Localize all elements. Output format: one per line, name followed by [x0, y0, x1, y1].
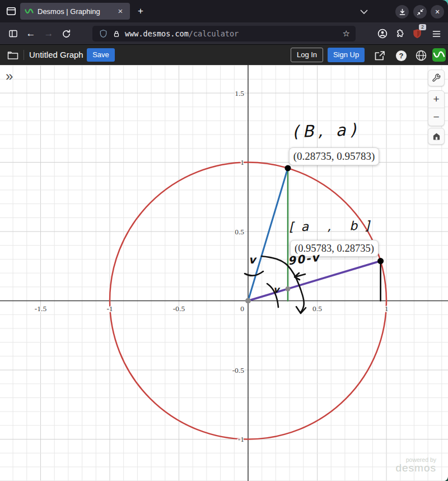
account-icon	[377, 29, 388, 39]
desmos-logo-icon	[432, 48, 446, 62]
share-icon	[374, 50, 385, 61]
tab-title: Desmos | Graphing	[38, 7, 115, 16]
save-button[interactable]: Save	[87, 48, 115, 62]
tracking-shield-icon	[99, 29, 108, 38]
angle-arc-top	[245, 271, 263, 276]
zoom-controls: + −	[428, 90, 445, 126]
folder-icon	[7, 50, 18, 60]
extensions-button[interactable]	[392, 26, 407, 41]
firefox-view-button[interactable]	[4, 4, 18, 18]
bookmark-star-icon[interactable]: ☆	[343, 29, 350, 39]
share-button[interactable]	[373, 49, 386, 62]
axis-tick-labels: -1.5-1-0.50.511.510.5-0.5-10	[35, 89, 389, 444]
menu-button[interactable]	[429, 26, 444, 41]
chevron-down-icon	[360, 10, 368, 15]
open-graph-button[interactable]	[6, 49, 20, 61]
svg-text:-0.5: -0.5	[232, 366, 245, 374]
svg-text:-1.5: -1.5	[35, 304, 47, 313]
svg-text:1.5: 1.5	[235, 89, 244, 98]
open-expressions-panel-button[interactable]: »	[6, 68, 12, 84]
back-button[interactable]: ←	[24, 26, 38, 41]
segment-blue-radius	[248, 168, 288, 301]
point-origin[interactable]	[245, 298, 251, 304]
puzzle-icon	[395, 29, 404, 38]
point-right[interactable]	[377, 258, 384, 264]
screen: Desmos | Graphing × +	[0, 0, 448, 481]
graph-area: -1.5-1-0.50.511.510.5-0.5-10 » + −	[0, 65, 448, 481]
help-button[interactable]: ?	[394, 49, 408, 62]
reload-button[interactable]	[59, 26, 73, 41]
graph-title[interactable]: Untitled Graph	[29, 45, 83, 65]
zoom-in-button[interactable]: +	[428, 91, 444, 108]
wrench-icon	[432, 73, 441, 82]
new-tab-button[interactable]: +	[134, 5, 147, 17]
help-icon: ?	[395, 50, 407, 62]
tab-close-icon[interactable]: ×	[115, 6, 125, 16]
language-button[interactable]	[414, 49, 428, 62]
navigation-toolbar: ← → www.desmos.com/calculator ☆	[0, 22, 448, 45]
point-top[interactable]	[284, 165, 291, 171]
svg-text:-0.5: -0.5	[173, 304, 185, 313]
svg-text:1: 1	[385, 304, 389, 313]
svg-text:0.5: 0.5	[312, 304, 322, 313]
adblock-extension-button[interactable]: 2	[410, 26, 424, 41]
default-viewport-button[interactable]	[428, 128, 445, 145]
handwritten-label-Ba: (B, a)	[292, 120, 360, 141]
account-button[interactable]	[375, 26, 390, 41]
reload-icon	[62, 30, 71, 38]
login-button[interactable]: Log In	[291, 48, 323, 62]
lock-icon	[113, 30, 120, 38]
watermark-line2: desmos	[395, 463, 436, 473]
big-sweep-arrowhead	[296, 307, 306, 313]
sidebar-icon	[8, 29, 18, 38]
download-icon	[399, 8, 406, 16]
home-icon	[432, 132, 441, 141]
url-address-bar[interactable]: www.desmos.com/calculator ☆	[92, 26, 356, 41]
url-path: /calculator	[189, 29, 239, 38]
origin-label: 0	[240, 304, 244, 313]
hamburger-icon	[432, 30, 441, 38]
graph-settings-button[interactable]	[428, 70, 445, 86]
url-text: www.desmos.com/calculator	[125, 29, 239, 38]
download-button[interactable]	[395, 5, 409, 18]
desmos-home-button[interactable]	[432, 48, 446, 62]
browser-tab[interactable]: Desmos | Graphing ×	[20, 3, 130, 20]
forward-button[interactable]: →	[41, 26, 56, 41]
segment-purple-radius	[248, 261, 381, 301]
firefox-view-icon	[6, 6, 16, 16]
point-label-tooltip: (0.28735, 0.95783)	[289, 147, 379, 165]
handwritten-angle-v-top: v	[249, 253, 255, 266]
sidebar-toggle-button[interactable]	[6, 26, 20, 41]
desmos-header: Untitled Graph Save Log In Sign Up ?	[0, 45, 448, 65]
signup-button[interactable]: Sign Up	[328, 48, 365, 62]
list-all-tabs-button[interactable]	[357, 6, 371, 18]
svg-text:-1: -1	[106, 304, 113, 313]
url-host: www.desmos.com	[125, 29, 189, 38]
point-intersection[interactable]	[285, 286, 290, 292]
svg-text:0.5: 0.5	[235, 228, 244, 236]
desmos-watermark: powered by desmos	[395, 456, 436, 473]
handwritten-label-ab: [a , b]	[289, 219, 377, 234]
compress-icon	[417, 8, 424, 16]
graph-canvas[interactable]: -1.5-1-0.50.511.510.5-0.5-10	[0, 65, 448, 481]
zoom-out-button[interactable]: −	[428, 108, 444, 126]
svg-text:-1: -1	[238, 435, 244, 443]
browser-window: Desmos | Graphing × +	[0, 0, 448, 481]
compress-window-button[interactable]	[413, 5, 427, 18]
globe-icon	[416, 50, 427, 61]
desmos-favicon	[25, 7, 34, 15]
handwritten-angle-v-bottom: v	[273, 284, 279, 295]
tab-bar: Desmos | Graphing × +	[0, 0, 448, 22]
svg-text:?: ?	[399, 52, 403, 60]
close-window-button[interactable]: ×	[431, 5, 444, 18]
svg-text:1: 1	[240, 158, 244, 166]
extension-badge: 2	[419, 24, 426, 30]
header-divider	[24, 50, 24, 60]
